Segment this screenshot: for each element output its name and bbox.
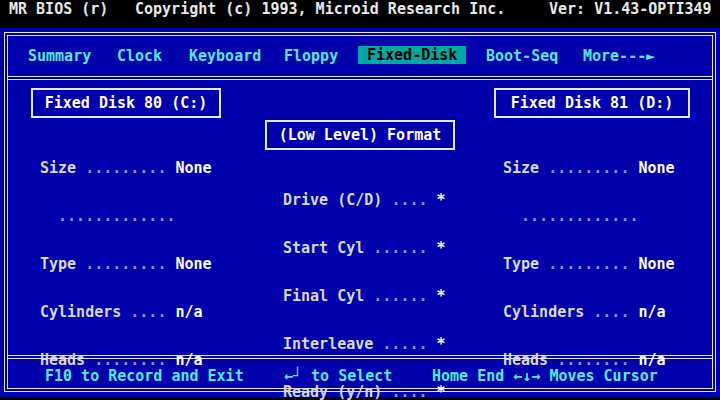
setting-value[interactable]: *	[437, 239, 446, 257]
setting-value[interactable]: *	[437, 335, 446, 353]
setting-row-final-cyl: Final Cyl ...... *	[283, 288, 446, 304]
low-level-format-title: (Low Level) Format	[279, 127, 442, 143]
menu-item-clock[interactable]: Clock	[117, 48, 162, 64]
setting-row-cylinders: Cylinders .... n/a	[503, 304, 675, 320]
fixed-disk-c-title-box: Fixed Disk 80 (C:)	[31, 88, 221, 118]
menu-item-boot-seq[interactable]: Boot-Seq	[486, 48, 558, 64]
status-cursor-hint: Home End ←↓→ Moves Cursor	[432, 368, 658, 384]
fixed-disk-d-title: Fixed Disk 81 (D:)	[511, 95, 674, 111]
status-select-label: to Select	[311, 367, 392, 385]
row-separator: .............	[503, 208, 675, 224]
setting-row-size: Size ......... None	[503, 160, 675, 176]
setting-value[interactable]: None	[175, 159, 211, 177]
setting-row-drive: Drive (C/D) .... *	[283, 192, 446, 208]
fixed-disk-c-panel: Size ......... None ............. Type .…	[40, 128, 212, 400]
fixed-disk-c-title: Fixed Disk 80 (C:)	[45, 95, 208, 111]
menu-item-floppy[interactable]: Floppy	[284, 48, 338, 64]
setting-row-size: Size ......... None	[40, 160, 212, 176]
menu-item-more[interactable]: More---►	[583, 48, 655, 64]
setting-row-ready: Ready (y/n) .... *	[283, 384, 446, 400]
bios-screen: MR BIOS (r) Copyright (c) 1993, Microid …	[0, 0, 720, 400]
menu-item-fixed-disk[interactable]: Fixed-Disk	[358, 46, 466, 64]
bios-version: Ver: V1.43-OPTI349	[549, 1, 712, 17]
setting-row-type: Type ......... None	[503, 256, 675, 272]
fixed-disk-d-title-box: Fixed Disk 81 (D:)	[494, 88, 690, 118]
low-level-format-title-box: (Low Level) Format	[265, 120, 455, 150]
enter-key-icon: ←┘	[284, 367, 302, 385]
low-level-format-panel: Drive (C/D) .... * Start Cyl ...... * Fi…	[283, 160, 446, 400]
setting-row-interleave: Interleave ..... *	[283, 336, 446, 352]
setting-value[interactable]: *	[437, 383, 446, 400]
menu-item-keyboard[interactable]: Keyboard	[189, 48, 261, 64]
setting-value[interactable]: None	[638, 159, 674, 177]
bios-brand: MR BIOS (r)	[9, 1, 108, 17]
menu-divider	[8, 76, 712, 80]
status-select-hint: ←┘ to Select	[284, 368, 392, 384]
setting-value[interactable]: None	[175, 255, 211, 273]
setting-row-cylinders: Cylinders .... n/a	[40, 304, 212, 320]
setting-row-heads: Heads ........ n/a	[40, 352, 212, 368]
setting-value[interactable]: *	[437, 191, 446, 209]
setting-row-heads: Heads ........ n/a	[503, 352, 675, 368]
row-separator: .............	[40, 208, 212, 224]
setting-row-start-cyl: Start Cyl ...... *	[283, 240, 446, 256]
bios-copyright: Copyright (c) 1993, Microid Research Inc…	[135, 1, 505, 17]
setting-value[interactable]: n/a	[638, 303, 665, 321]
setting-row-type: Type ......... None	[40, 256, 212, 272]
menu-item-summary[interactable]: Summary	[28, 48, 91, 64]
status-record-hint: F10 to Record and Exit	[45, 368, 244, 384]
setting-value[interactable]: None	[638, 255, 674, 273]
fixed-disk-d-panel: Size ......... None ............. Type .…	[503, 128, 675, 400]
setting-value[interactable]: n/a	[175, 303, 202, 321]
setting-value[interactable]: *	[437, 287, 446, 305]
